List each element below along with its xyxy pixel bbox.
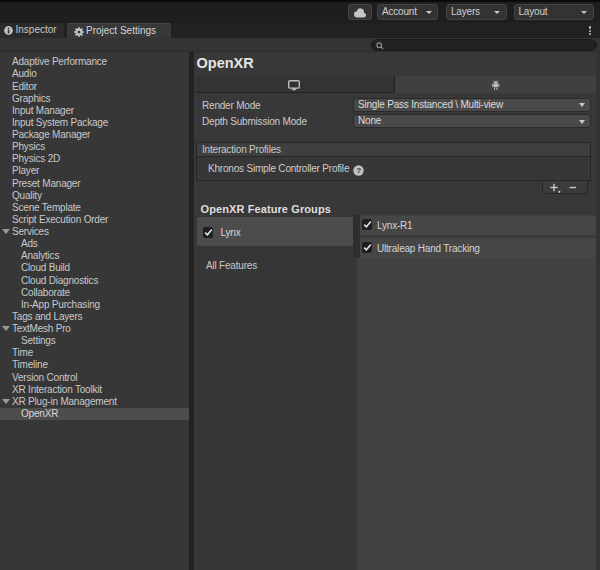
svg-text:?: ? (356, 166, 361, 175)
